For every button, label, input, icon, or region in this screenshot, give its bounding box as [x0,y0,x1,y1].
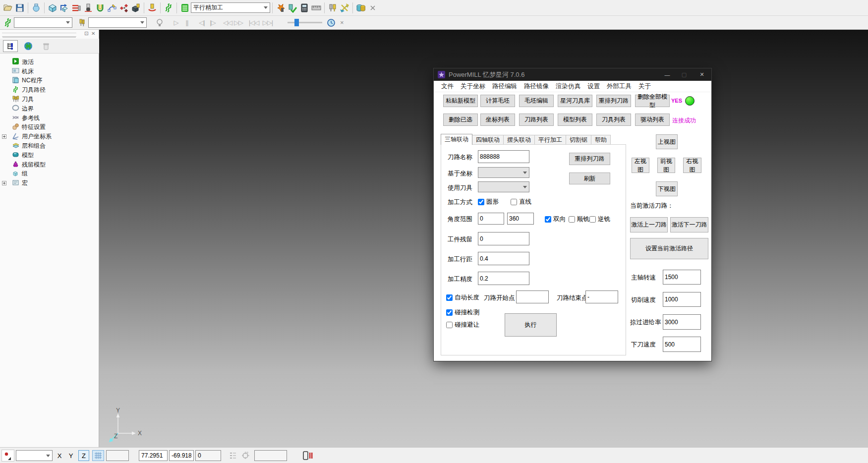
points-icon[interactable] [118,2,130,14]
tree-item-macros[interactable]: 宏 [0,178,99,188]
stock-edit-button[interactable]: 毛坯编辑 [519,95,554,107]
fast-forward-button[interactable]: ▷▷ [233,19,244,26]
go-end-button[interactable]: ▷▷| [261,19,275,26]
sim-tool-dropdown[interactable] [88,17,147,28]
menu-about-coords[interactable]: 关于坐标 [457,81,489,92]
tree-item-machine[interactable]: 机床 [0,67,99,76]
base-coord-dropdown[interactable] [478,167,529,178]
tab-saw[interactable]: 切割锯 [566,135,591,145]
close-button[interactable]: ✕ [694,68,710,81]
spindle-speed-input[interactable] [663,270,701,285]
angle-from-input[interactable] [478,213,504,225]
block-tool-icon[interactable] [130,2,142,14]
tree-item-tools[interactable]: 刀具 [0,95,99,104]
toolbar-close-icon[interactable]: × [340,19,344,26]
tool-list-button[interactable]: 刀具列表 [596,114,631,126]
clock-icon[interactable] [325,17,337,29]
set-active-path-button[interactable]: 设置当前激活路径 [630,238,708,259]
tab-4axis[interactable]: 四轴联动 [472,135,504,145]
plunge-feed-input[interactable] [663,337,701,352]
tree-item-feature-sets[interactable]: 特征设置 [0,123,99,132]
expand-icon[interactable] [2,181,6,185]
end-point-input[interactable] [585,290,618,303]
conventional-mill-checkbox[interactable]: 逆铣 [589,215,610,224]
axis-z-button[interactable]: Z [78,450,89,461]
angle-to-input[interactable] [507,213,534,225]
menu-path-mirror[interactable]: 路径镜像 [521,81,552,92]
block-icon[interactable] [47,2,58,14]
delete-selected-button[interactable]: 删除已选 [443,114,478,126]
stock-allowance-input[interactable] [478,232,529,245]
tab-parallel[interactable]: 平行加工 [535,135,566,145]
explorer-web-button[interactable] [21,40,36,52]
step-forward-button[interactable]: |▷ [207,19,218,26]
rewind-button[interactable]: ◁◁ [222,19,233,26]
curve-editor-icon[interactable] [106,2,118,14]
use-tool-dropdown[interactable] [478,181,529,192]
play-button[interactable]: ▷ [171,19,181,26]
ball-tool-icon[interactable] [82,2,94,14]
minimize-button[interactable]: — [659,68,676,81]
menu-about[interactable]: 关于 [635,81,654,92]
refresh-button[interactable]: 刷新 [569,173,610,184]
tool-pair-icon[interactable] [327,2,339,14]
transform-icon[interactable] [339,2,350,14]
go-start-button[interactable]: |◁◁ [247,19,261,26]
collision-check-checkbox[interactable]: 碰撞检测 [446,308,479,317]
coord-list-button[interactable]: 坐标列表 [480,114,515,126]
rearrange-toolpaths-button[interactable]: 重排列刀路 [596,95,631,107]
grid-toggle-button[interactable] [92,450,104,461]
toolpath-list-button[interactable]: 刀路列表 [519,114,554,126]
sim-toolpath-dropdown[interactable] [14,17,72,28]
delete-all-models-button[interactable]: 删除全部模型 [635,95,670,107]
tool-verify-icon[interactable] [287,2,298,14]
skim-feed-input[interactable] [663,314,701,330]
step-back-button[interactable]: ◁| [196,19,207,26]
start-point-input[interactable] [516,290,549,303]
model-list-button[interactable]: 模型列表 [558,114,592,126]
tab-3axis[interactable]: 三轴联动 [441,134,472,145]
tree-item-levels[interactable]: 层和组合 [0,141,99,151]
point-picker-button[interactable] [1,450,14,462]
phone-pause-icon[interactable] [302,451,313,463]
toolpath-name-input[interactable] [478,150,529,163]
open-project-icon[interactable] [2,2,14,14]
panel-close-icon[interactable]: ✕ [91,31,95,36]
boundary-icon[interactable] [94,2,106,14]
stepover-input[interactable] [478,252,529,265]
calc-stock-button[interactable]: 计算毛坯 [480,95,515,107]
statusbar-dropdown[interactable] [16,450,53,461]
lightbulb-icon[interactable] [154,17,166,29]
toolbar-close-icon[interactable] [367,2,379,14]
bidirectional-checkbox[interactable]: 双向 [545,215,566,224]
tree-item-nc-program[interactable]: NC程序 [0,76,99,86]
dialog-titlebar[interactable]: PowerMILL 忆梦星河 7.0.6 — ▢ ✕ [434,68,711,81]
cutting-feed-input[interactable] [663,292,701,307]
pause-button[interactable]: || [181,19,192,26]
auto-length-checkbox[interactable]: 自动长度 [446,293,479,302]
rearrange-button[interactable]: 重排列刀路 [569,153,610,165]
execute-button[interactable]: 执行 [505,313,557,337]
tab-tilthead[interactable]: 摆头联动 [504,135,535,145]
maximize-button[interactable]: ▢ [676,68,693,81]
panel-grip[interactable] [2,33,76,37]
explorer-tree-button[interactable] [3,40,18,52]
tree-item-activate[interactable]: 激活 [0,58,99,67]
panel-float-icon[interactable]: ⊡ [84,31,88,36]
tab-help[interactable]: 帮助 [591,135,611,145]
menu-path-edit[interactable]: 路径编辑 [489,81,521,92]
tree-item-stock-models[interactable]: 残留模型 [0,160,99,170]
locate-icon[interactable] [241,451,250,462]
toolpath-spring-icon[interactable] [163,2,174,14]
axis-y-button[interactable]: Y [66,450,75,461]
tool-library-button[interactable]: 星河刀具库 [558,95,592,107]
pattern-finish-icon[interactable] [70,2,82,14]
calculator-icon[interactable] [298,2,310,14]
axis-x-button[interactable]: X [55,450,64,461]
explorer-trash-button[interactable] [39,40,54,52]
mode-circle-checkbox[interactable]: 圆形 [478,198,499,206]
activate-prev-button[interactable]: 激活上一刀路 [630,217,668,232]
save-project-icon[interactable] [14,2,26,14]
sim-speed-slider-handle[interactable] [294,19,299,26]
ruler-icon[interactable] [310,2,322,14]
